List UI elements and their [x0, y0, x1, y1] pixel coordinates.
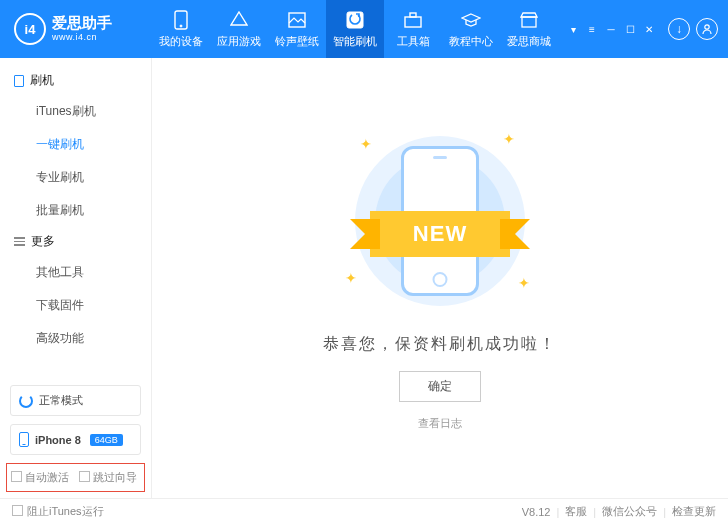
header: i4 爱思助手 www.i4.cn 我的设备 应用游戏 铃声壁纸 智能刷机 工具…: [0, 0, 728, 58]
menu-icon[interactable]: ≡: [585, 22, 599, 36]
phone-icon: [171, 10, 191, 30]
check-update-link[interactable]: 检查更新: [672, 504, 716, 519]
svg-rect-4: [405, 17, 421, 27]
hamburger-icon: [14, 237, 25, 246]
success-illustration: ✦✦✦✦ NEW: [320, 126, 560, 316]
sidebar-item-pro-flash[interactable]: 专业刷机: [0, 161, 151, 194]
mode-box[interactable]: 正常模式: [10, 385, 141, 416]
support-link[interactable]: 客服: [565, 504, 587, 519]
sidebar-item-oneclick-flash[interactable]: 一键刷机: [0, 128, 151, 161]
main-content: ✦✦✦✦ NEW 恭喜您，保资料刷机成功啦！ 确定 查看日志: [152, 58, 728, 498]
store-icon: [519, 10, 539, 30]
sidebar-item-advanced[interactable]: 高级功能: [0, 322, 151, 355]
nav-ringtone[interactable]: 铃声壁纸: [268, 0, 326, 58]
check-block-itunes[interactable]: 阻止iTunes运行: [12, 504, 104, 519]
tutorial-icon: [461, 10, 481, 30]
sidebar-item-download-fw[interactable]: 下载固件: [0, 289, 151, 322]
refresh-icon: [19, 394, 33, 408]
sidebar-group-flash: 刷机: [0, 66, 151, 95]
version-label: V8.12: [522, 506, 551, 518]
check-auto-activate[interactable]: 自动激活: [11, 470, 69, 485]
footer: 阻止iTunes运行 V8.12 | 客服 | 微信公众号 | 检查更新: [0, 498, 728, 524]
header-controls: ▾ ≡ ─ ☐ ✕ ↓: [566, 18, 728, 40]
sidebar-item-other-tools[interactable]: 其他工具: [0, 256, 151, 289]
wechat-link[interactable]: 微信公众号: [602, 504, 657, 519]
logo[interactable]: i4 爱思助手 www.i4.cn: [0, 13, 152, 45]
phone-outline-icon: [14, 75, 24, 87]
close-icon[interactable]: ✕: [642, 22, 656, 36]
logo-icon: i4: [14, 13, 46, 45]
app-name: 爱思助手: [52, 15, 112, 30]
sidebar-item-itunes-flash[interactable]: iTunes刷机: [0, 95, 151, 128]
mode-label: 正常模式: [39, 393, 83, 408]
nav-tutorial[interactable]: 教程中心: [442, 0, 500, 58]
download-icon[interactable]: ↓: [668, 18, 690, 40]
nav-apps[interactable]: 应用游戏: [210, 0, 268, 58]
check-skip-wizard[interactable]: 跳过向导: [79, 470, 137, 485]
top-nav: 我的设备 应用游戏 铃声壁纸 智能刷机 工具箱 教程中心 爱思商城: [152, 0, 558, 58]
nav-toolbox[interactable]: 工具箱: [384, 0, 442, 58]
svg-point-1: [180, 25, 182, 27]
svg-rect-6: [522, 17, 536, 27]
view-log-link[interactable]: 查看日志: [418, 416, 462, 431]
shirt-icon[interactable]: ▾: [566, 22, 580, 36]
apps-icon: [229, 10, 249, 30]
nav-store[interactable]: 爱思商城: [500, 0, 558, 58]
sidebar-group-more: 更多: [0, 227, 151, 256]
success-message: 恭喜您，保资料刷机成功啦！: [323, 334, 557, 355]
nav-my-device[interactable]: 我的设备: [152, 0, 210, 58]
nav-flash[interactable]: 智能刷机: [326, 0, 384, 58]
ok-button[interactable]: 确定: [399, 371, 481, 402]
wallpaper-icon: [287, 10, 307, 30]
flash-icon: [345, 10, 365, 30]
sidebar-item-batch-flash[interactable]: 批量刷机: [0, 194, 151, 227]
activation-options: 自动激活 跳过向导: [6, 463, 145, 492]
maximize-icon[interactable]: ☐: [623, 22, 637, 36]
minimize-icon[interactable]: ─: [604, 22, 618, 36]
device-box[interactable]: iPhone 8 64GB: [10, 424, 141, 455]
svg-rect-5: [410, 13, 416, 17]
storage-badge: 64GB: [90, 434, 123, 446]
toolbox-icon: [403, 10, 423, 30]
device-icon: [19, 432, 29, 447]
svg-point-7: [705, 25, 709, 29]
app-url: www.i4.cn: [52, 32, 112, 43]
device-name: iPhone 8: [35, 434, 81, 446]
new-ribbon: NEW: [370, 211, 510, 257]
user-icon[interactable]: [696, 18, 718, 40]
sidebar: 刷机 iTunes刷机 一键刷机 专业刷机 批量刷机 更多 其他工具 下载固件 …: [0, 58, 152, 498]
